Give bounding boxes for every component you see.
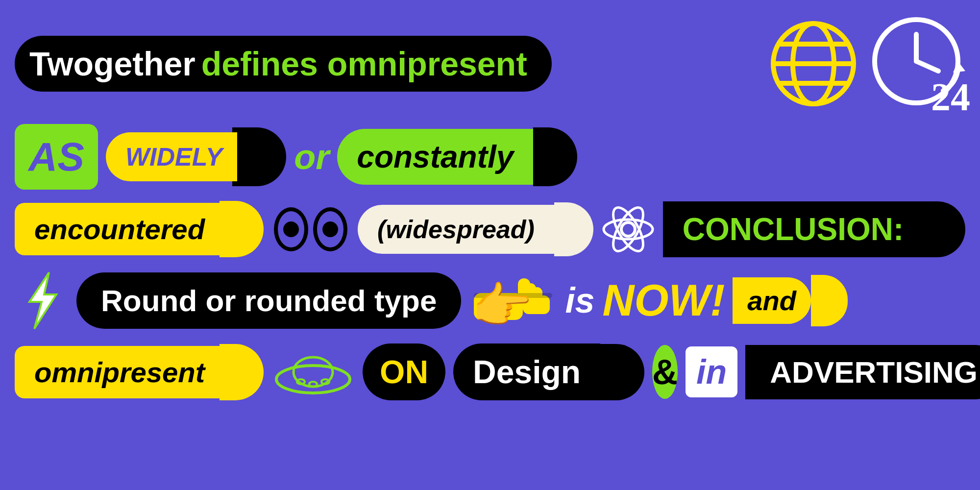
widely-text: WIDELy	[125, 142, 222, 172]
ufo-icon	[271, 347, 355, 396]
design-group: Design	[453, 343, 644, 400]
widespread-text: (widespread)	[377, 215, 535, 244]
as-pill: AS	[15, 124, 98, 190]
and-pill: and	[733, 277, 811, 324]
content-rows: Twogether defines omnipresent	[15, 10, 965, 400]
svg-text:👉: 👉	[471, 277, 533, 332]
constantly-text: constantly	[357, 139, 514, 175]
eye-right-pupil	[322, 221, 338, 237]
constantly-pill: constantly	[337, 129, 533, 185]
conclusion-text: CONCLUSION:	[683, 211, 904, 247]
svg-point-25	[309, 382, 317, 387]
globe-icon	[769, 20, 858, 108]
atom-icon	[601, 202, 655, 256]
rounded-type-pill: Round or rounded type	[76, 272, 461, 329]
design-text: Design	[473, 353, 581, 391]
widespread-pill: (widespread)	[358, 205, 554, 254]
widespread-d-cap	[554, 202, 593, 256]
omnipresent-pill: omnipresent	[15, 346, 220, 398]
eye-left	[274, 207, 308, 251]
widely-group: WIDELy	[106, 127, 286, 186]
widely-pill: WIDELy	[106, 132, 237, 181]
amp-pill: &	[652, 345, 678, 399]
and-d-cap	[811, 275, 848, 326]
as-text: AS	[28, 134, 84, 180]
eyes-icon	[271, 205, 350, 254]
row-4: Round or rounded type 👉 is	[15, 269, 965, 332]
svg-marker-14	[29, 272, 56, 329]
svg-point-10	[621, 222, 635, 236]
title-green: defines omnipresent	[201, 45, 527, 83]
eye-left-pupil	[283, 221, 299, 237]
row-2: AS WIDELy or constantly	[15, 124, 965, 190]
omnipresent-text: omnipresent	[34, 356, 205, 389]
lightning-icon	[15, 269, 69, 332]
is-text: is	[565, 280, 594, 320]
conclusion-pill: CONCLUSION:	[663, 201, 965, 257]
rounded-type-text: Round or rounded type	[101, 283, 437, 318]
svg-marker-8	[953, 61, 965, 73]
main-canvas: Twogether defines omnipresent	[0, 0, 980, 490]
amp-text: &	[652, 352, 678, 392]
row-3: encountered (widespread)	[15, 201, 965, 257]
and-text: and	[747, 285, 796, 317]
omnipresent-group: omnipresent	[15, 344, 264, 400]
advertising-pill: ADVERTISING	[745, 345, 980, 399]
widespread-group: (widespread)	[358, 202, 593, 256]
eye-right	[313, 207, 347, 251]
constantly-group: constantly	[337, 127, 577, 186]
and-group: and	[733, 275, 848, 326]
title-pill: Twogether defines omnipresent	[15, 36, 552, 92]
encountered-text: encountered	[34, 213, 205, 245]
now-text: NOW!	[602, 275, 725, 326]
row-1: Twogether defines omnipresent	[15, 15, 965, 113]
encountered-d-cap	[220, 201, 264, 257]
svg-point-22	[276, 366, 350, 393]
encountered-pill: encountered	[15, 203, 220, 255]
advertising-text: ADVERTISING	[770, 355, 978, 390]
in-text: in	[686, 346, 737, 397]
design-pill: Design	[453, 343, 600, 400]
on-pill: ON	[363, 343, 445, 400]
widely-d-cap	[232, 127, 286, 186]
encountered-group: encountered	[15, 201, 264, 257]
hand-pointing-icon: 👉	[469, 269, 557, 332]
row-5: omnipresent ON D	[15, 343, 965, 400]
or-text: or	[294, 137, 329, 177]
title-white: Twogether	[29, 45, 196, 83]
on-text: ON	[380, 353, 428, 391]
omnipresent-d-cap	[220, 344, 264, 400]
clock-icon: 24	[867, 15, 965, 113]
svg-text:24: 24	[931, 75, 970, 113]
constantly-d-cap	[533, 127, 577, 186]
design-d-cap	[600, 344, 644, 400]
svg-line-7	[916, 61, 938, 71]
